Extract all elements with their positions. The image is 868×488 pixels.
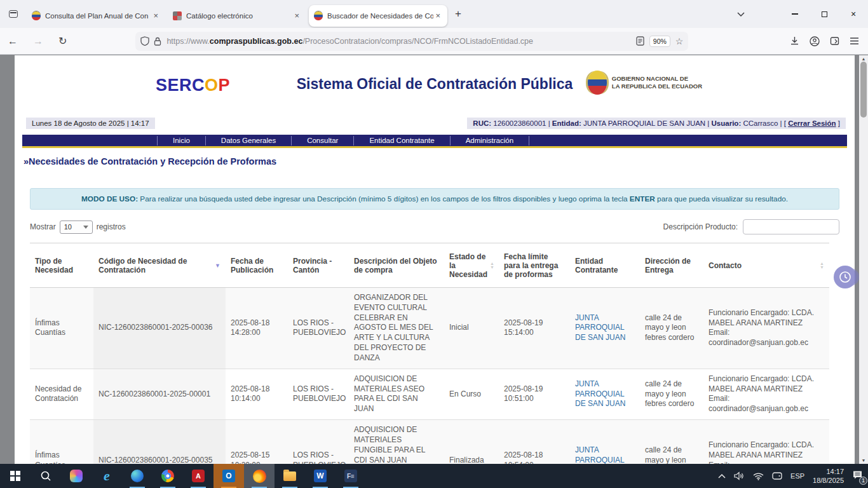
bookmark-star-icon[interactable]: ☆ [675,36,684,46]
tab-buscador-necesidades[interactable]: Buscador de Necesidades de Co × [309,5,447,27]
page-scrollbar[interactable]: ▲ ▼ [859,55,868,464]
folder-icon [283,471,296,481]
col-direccion-entrega[interactable]: Dirección de Entrega [640,243,703,288]
close-tab-icon[interactable]: × [151,11,160,20]
table-row: Necesidad de Contratación NC-12600238600… [30,369,829,419]
edge-button[interactable] [122,464,153,488]
close-tab-icon[interactable]: × [292,11,301,20]
menu-icon[interactable] [850,37,859,45]
clock[interactable]: 14:1718/8/2025 [813,467,844,485]
language-indicator[interactable]: ESP [790,472,804,480]
header-row: Tipo de Necesidad Código de Necesidad de… [30,243,829,288]
sidebar-icon[interactable] [830,36,839,46]
col-tipo-necesidad[interactable]: Tipo de Necesidad [30,243,93,288]
cell-tipo: Necesidad de Contratación [30,369,93,419]
entidad-link[interactable]: JUNTA PARROQUIAL DE SAN JUAN [575,379,625,409]
tab-title: Catálogo electrónico [186,12,292,20]
nav-item-administracion[interactable]: Administración [451,136,529,146]
start-button[interactable] [0,464,31,488]
new-tab-button[interactable]: + [449,8,468,20]
col-codigo[interactable]: Código de Necesidad de Contratación▼ [93,243,226,288]
logout-link[interactable]: Cerrar Sesión [788,119,836,127]
copilot-button[interactable] [61,464,92,488]
remote-session-icon[interactable] [772,472,782,480]
nav-item-inicio[interactable]: Inicio [157,136,206,146]
nav-item-consultar[interactable]: Consultar [292,136,354,146]
volume-icon[interactable] [734,471,745,480]
back-icon[interactable]: ← [0,36,25,47]
minimize-button[interactable] [780,0,810,28]
cell-fecha-limite: 2025-08-18 10:54:00 [499,420,570,464]
account-icon[interactable] [810,36,820,46]
cell-tipo: Ínfimas Cuantías [30,288,93,369]
cell-codigo: NIC-1260023860001-2025-00036 [93,288,226,369]
entidad-link[interactable]: JUNTA PARROQUIAL DE SAN JUAN [575,445,625,464]
wifi-icon[interactable] [753,472,764,480]
zoom-level-badge[interactable]: 90% [649,36,670,47]
col-contacto[interactable]: Contacto▲▼ [703,243,829,288]
cell-codigo: NIC-1260023860001-2025-00035 [93,420,226,464]
main-navigation: Inicio Datos Generales Consultar Entidad… [22,135,847,148]
cell-contacto: Funcionario Encargado: LCDA. MABEL ARANA… [703,369,829,419]
timer-overlay-widget[interactable] [834,266,857,288]
section-title: »Necesidades de Contratación y Recepción… [24,156,855,166]
government-logo: GOBIERNO NACIONAL DELA REPUBLICA DEL ECU… [588,71,702,95]
col-entidad-contratante[interactable]: Entidad Contratante [570,243,640,288]
lock-icon[interactable] [154,37,161,46]
maximize-button[interactable] [810,0,839,28]
datetime-box: Lunes 18 de Agosto de 2025 | 14:17 [26,118,155,129]
cell-codigo: NC-1260023860001-2025-00001 [93,369,226,419]
mostrar-label: Mostrar [30,222,56,231]
file-explorer-button[interactable] [275,464,305,488]
ecuador-crest-favicon [314,11,323,20]
taskbar-search-button[interactable] [31,464,61,488]
internet-explorer-button[interactable]: e [92,464,122,488]
tab-list-chevron-icon[interactable] [737,11,745,17]
col-estado-necesidad[interactable]: Estado de la Necesidad▲▼ [444,243,499,288]
cell-direccion: calle 24 de mayo y leon febres cordero [640,420,703,464]
tab-plan-anual[interactable]: Consulta del Plan Anual de Con × [27,5,165,27]
notification-count-badge: 1 [859,477,867,485]
nav-item-entidad-contratante[interactable]: Entidad Contratante [354,136,450,146]
reader-mode-icon[interactable] [636,36,644,46]
cell-fecha-limite: 2025-08-19 10:51:00 [499,369,570,419]
browser-toolbar: ← → ↻ https://www.compraspublicas.gob.ec… [0,28,868,55]
download-icon[interactable] [790,36,799,46]
cell-fecha-limite: 2025-08-19 15:14:00 [499,288,570,369]
windows-taskbar: e A O W F≡ ESP 14:1718/8/2025 1 [0,464,868,488]
descripcion-producto-input[interactable] [743,219,839,234]
nav-item-datos-generales[interactable]: Datos Generales [206,136,292,146]
close-tab-icon[interactable]: × [433,11,442,20]
forticlient-icon: F≡ [344,470,357,482]
col-provincia-canton[interactable]: Provincia - Cantón [288,243,349,288]
col-fecha-publicacion[interactable]: Fecha de Publicación [226,243,288,288]
col-fecha-limite[interactable]: Fecha límite para la entrega de proforma… [499,243,570,288]
table-row: Ínfimas Cuantías NIC-1260023860001-2025-… [30,420,829,464]
site-title: Sistema Oficial de Contratación Pública [15,76,855,93]
close-window-button[interactable]: × [839,0,868,28]
url-text[interactable]: https://www.compraspublicas.gob.ec/Proce… [166,37,635,46]
tab-catalogo[interactable]: Catálogo electrónico × [168,5,306,27]
page-size-select[interactable]: 10 [60,220,93,234]
url-bar[interactable]: https://www.compraspublicas.gob.ec/Proce… [135,32,688,51]
necesidades-table: Tipo de Necesidad Código de Necesidad de… [30,243,829,464]
col-descripcion-objeto[interactable]: Descripción del Objeto de compra [349,243,444,288]
scroll-down-icon[interactable]: ▼ [862,458,866,463]
tray-chevron-up-icon[interactable] [718,473,726,478]
reload-icon[interactable]: ↻ [51,35,74,47]
entidad-link[interactable]: JUNTA PARROQUIAL DE SAN JUAN [575,313,625,342]
scrollbar-thumb[interactable] [860,62,867,118]
user-session-box: RUC: 1260023860001 | Entidad: JUNTA PARR… [467,118,846,129]
notification-center-button[interactable]: 1 [852,470,863,482]
outlook-button[interactable]: O [214,464,244,488]
forticlient-button[interactable]: F≡ [336,464,366,488]
chrome-button[interactable] [153,464,183,488]
forward-icon[interactable]: → [25,36,51,47]
firefox-button[interactable] [244,464,275,488]
firefox-view-icon[interactable] [5,6,22,22]
acrobat-button[interactable]: A [183,464,214,488]
word-button[interactable]: W [305,464,336,488]
cell-contacto: Funcionario Encargado: LCDA. MABEL ARANA… [703,288,829,369]
scroll-up-icon[interactable]: ▲ [862,57,866,61]
shield-icon[interactable] [140,36,149,46]
